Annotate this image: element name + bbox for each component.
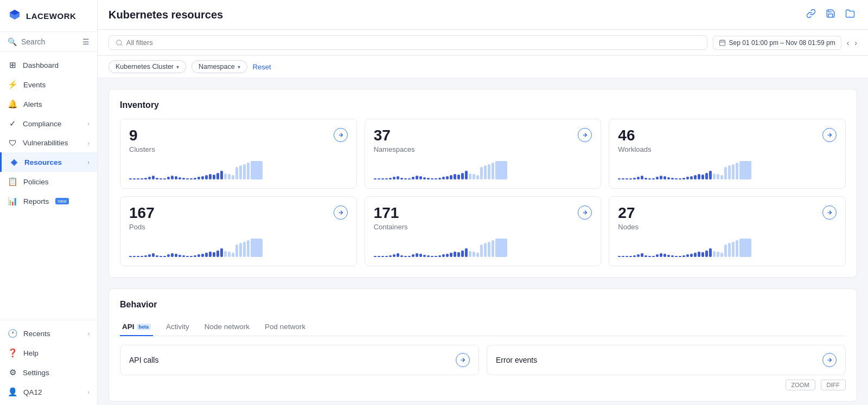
- chevron-right-icon: ›: [87, 389, 90, 395]
- new-badge: new: [55, 198, 69, 204]
- inventory-card: 46 Workloads: [609, 119, 846, 189]
- resources-icon: ◈: [9, 157, 19, 167]
- link-button[interactable]: [804, 7, 818, 23]
- behavior-title: Behavior: [120, 300, 846, 310]
- sidebar-item-settings[interactable]: ⚙ Settings: [0, 363, 97, 382]
- inv-link-icon[interactable]: [578, 128, 592, 142]
- sidebar-item-alerts[interactable]: 🔔 Alerts: [0, 94, 97, 114]
- search-bar[interactable]: 🔍 Search ☰: [0, 32, 97, 52]
- sidebar-bottom: 🕐 Recents › ❓ Help ⚙ Settings 👤 QA12 ›: [0, 320, 97, 405]
- inv-number: 46: [618, 128, 651, 143]
- zoom-button[interactable]: ZOOM: [786, 380, 815, 390]
- inv-label: Containers: [374, 223, 408, 231]
- behavior-tab-pod-network[interactable]: Pod network: [263, 318, 308, 336]
- bar-chart: [618, 160, 837, 179]
- inventory-card: 37 Namespaces: [365, 119, 602, 189]
- inv-link-icon[interactable]: [822, 205, 837, 220]
- recents-icon: 🕐: [8, 329, 18, 338]
- inventory-card: 9 Clusters: [120, 119, 357, 189]
- sidebar-item-compliance[interactable]: ✓ Compliance ›: [0, 114, 97, 133]
- sidebar-item-qa12[interactable]: 👤 QA12 ›: [0, 382, 97, 402]
- inv-link-icon[interactable]: [822, 128, 837, 142]
- sidebar-item-events[interactable]: ⚡ Events: [0, 75, 97, 94]
- api-card-link[interactable]: [456, 353, 470, 367]
- behavior-tabs: API betaActivityNode networkPod network: [120, 318, 846, 336]
- bar-chart: [129, 160, 348, 179]
- sidebar-item-label: Events: [23, 81, 46, 89]
- api-card: Error events: [487, 345, 846, 375]
- chip-label: Namespace: [199, 63, 235, 70]
- filter-bar: Sep 01 01:00 pm – Nov 08 01:59 pm ‹ ›: [98, 30, 868, 56]
- sidebar-item-resources[interactable]: ◈ Resources ›: [0, 152, 97, 172]
- behavior-tab-api[interactable]: API beta: [120, 318, 153, 336]
- calendar-icon: [719, 39, 726, 46]
- inv-card-header: 37 Namespaces: [374, 128, 592, 153]
- sidebar-item-dashboard[interactable]: ⊞ Dashboard: [0, 55, 97, 75]
- inv-link-icon[interactable]: [334, 128, 348, 142]
- bar-chart: [129, 237, 348, 257]
- inv-label: Clusters: [129, 145, 155, 153]
- reports-icon: 📊: [8, 196, 18, 206]
- content-area: Inventory 9 Clusters 37 Namespaces: [98, 78, 868, 405]
- sidebar-item-label: Recents: [23, 330, 50, 338]
- topbar-actions: [804, 7, 857, 23]
- filter-search-box[interactable]: [108, 35, 707, 50]
- bar-chart: [374, 160, 592, 179]
- search-icon: 🔍: [8, 37, 17, 46]
- logo-text: LACEWORK: [26, 11, 76, 21]
- dashboard-icon: ⊞: [8, 60, 17, 70]
- sidebar-item-help[interactable]: ❓ Help: [0, 343, 97, 363]
- inv-card-header: 171 Containers: [374, 205, 592, 231]
- inv-number: 27: [618, 205, 639, 221]
- logo-area: LACEWORK: [0, 0, 97, 32]
- sidebar-item-vulnerabilities[interactable]: 🛡 Vulnerabilities ›: [0, 133, 97, 152]
- chevron-right-icon: ›: [87, 159, 90, 165]
- api-card-link[interactable]: [822, 353, 837, 367]
- sidebar-item-reports[interactable]: 📊 Reports new: [0, 191, 97, 211]
- policies-icon: 📋: [8, 177, 18, 187]
- date-range-picker[interactable]: Sep 01 01:00 pm – Nov 08 01:59 pm: [713, 36, 841, 50]
- inv-label: Workloads: [618, 145, 651, 153]
- vulnerabilities-icon: 🛡: [8, 138, 17, 147]
- inventory-grid: 9 Clusters 37 Namespaces: [120, 119, 846, 266]
- chevron-down-icon: ▾: [176, 64, 179, 70]
- beta-badge: beta: [137, 324, 151, 330]
- date-next-button[interactable]: ›: [854, 38, 857, 47]
- chevron-right-icon: ›: [87, 140, 90, 146]
- date-prev-button[interactable]: ‹: [847, 38, 850, 47]
- inv-number: 9: [129, 128, 155, 143]
- kubernetes-cluster-filter[interactable]: Kubernetes Cluster ▾: [108, 60, 186, 73]
- sidebar-item-recents[interactable]: 🕐 Recents ›: [0, 324, 97, 343]
- sidebar-item-label: Compliance: [23, 120, 61, 128]
- namespace-filter[interactable]: Namespace ▾: [192, 60, 247, 73]
- folder-button[interactable]: [843, 7, 857, 23]
- inv-card-header: 9 Clusters: [129, 128, 348, 153]
- sidebar-item-label: Alerts: [23, 100, 42, 108]
- bar-chart: [618, 237, 837, 257]
- sidebar-item-policies[interactable]: 📋 Policies: [0, 172, 97, 191]
- inv-number: 37: [374, 128, 415, 143]
- sidebar-item-label: Reports: [23, 197, 49, 205]
- inventory-card: 167 Pods: [120, 196, 357, 266]
- sub-filter-bar: Kubernetes Cluster ▾ Namespace ▾ Reset: [98, 56, 868, 78]
- alerts-icon: 🔔: [8, 99, 18, 109]
- page-title: Kubernetes resources: [108, 9, 223, 21]
- date-range-text: Sep 01 01:00 pm – Nov 08 01:59 pm: [729, 39, 835, 47]
- inv-label: Nodes: [618, 223, 639, 231]
- filter-input[interactable]: [126, 38, 700, 47]
- menu-icon: ☰: [82, 37, 90, 46]
- chevron-down-icon: ▾: [238, 64, 240, 70]
- inv-link-icon[interactable]: [578, 205, 592, 220]
- inv-card-header: 46 Workloads: [618, 128, 837, 153]
- save-button[interactable]: [824, 7, 838, 23]
- help-icon: ❓: [8, 348, 18, 358]
- inv-number: 171: [374, 205, 408, 221]
- diff-button[interactable]: DIFF: [821, 380, 846, 390]
- chevron-right-icon: ›: [87, 120, 90, 127]
- inventory-card: 171 Containers: [365, 196, 602, 266]
- reset-button[interactable]: Reset: [253, 63, 271, 71]
- settings-icon: ⚙: [8, 368, 17, 377]
- behavior-tab-activity[interactable]: Activity: [164, 318, 192, 336]
- behavior-tab-node-network[interactable]: Node network: [202, 318, 252, 336]
- inv-link-icon[interactable]: [334, 205, 348, 220]
